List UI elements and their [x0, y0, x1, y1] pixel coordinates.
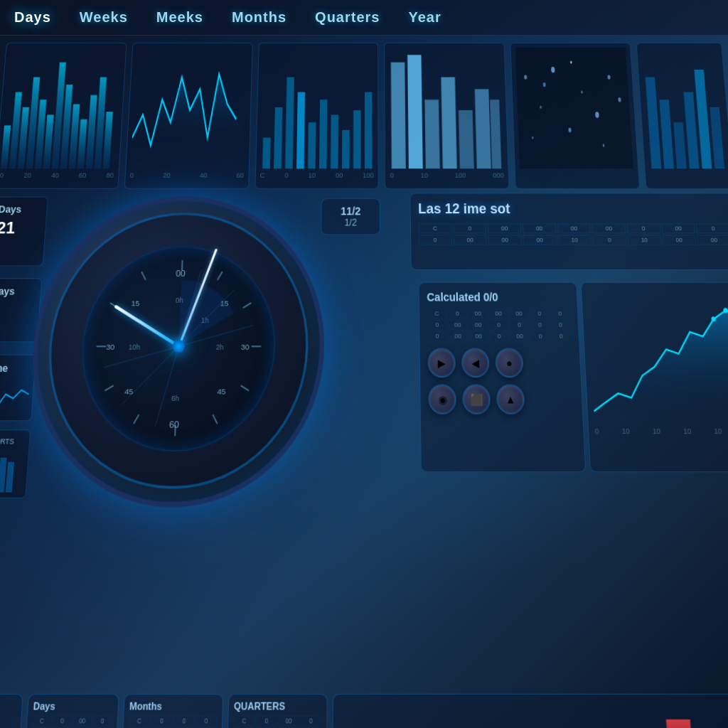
las12-panel: Las 12 ime sot C 0 00 00 00 00 0 00 0 0 …: [410, 193, 728, 270]
top-navigation: Days Weeks Meeks Months Quarters Year: [0, 0, 728, 36]
svg-rect-27: [459, 110, 474, 168]
customs-panel: Customs: [0, 694, 23, 728]
clock-middle-ring: 00 15 30 45 60 45 30 15 0h 1h 2h: [39, 213, 310, 488]
svg-line-56: [134, 414, 139, 424]
weeks-line-chart: [130, 48, 247, 168]
svg-rect-25: [425, 100, 440, 168]
svg-text:45: 45: [124, 387, 134, 396]
days-bar-chart: [1, 48, 122, 168]
svg-text:30: 30: [106, 343, 115, 352]
ctrl-btn-1[interactable]: ▶: [427, 348, 456, 378]
svg-rect-30: [515, 48, 633, 168]
svg-rect-19: [331, 114, 338, 168]
quarters-bottom-panel: QUARTERS C 0 00 0 0 10 10 10: [224, 694, 327, 728]
days-value-1: 21: [0, 218, 40, 238]
svg-text:45: 45: [217, 387, 226, 396]
svg-text:30: 30: [241, 343, 250, 352]
tab-quarters[interactable]: Quarters: [315, 9, 380, 26]
svg-rect-15: [285, 77, 294, 169]
customs-chart: [0, 716, 15, 728]
svg-line-54: [213, 414, 217, 424]
bottom-panels-row: Customs Days C 0 00 0 0: [0, 694, 728, 728]
days-label-2: Days: [0, 285, 35, 297]
svg-rect-29: [490, 100, 501, 168]
ctrl-btn-4[interactable]: ◉: [428, 384, 456, 414]
svg-line-53: [241, 385, 249, 390]
customs-label: Customs: [0, 700, 17, 712]
weeks-chart-panel: 0204060: [124, 43, 252, 189]
tab-days[interactable]: Days: [14, 9, 51, 26]
num-value-1: 11/2: [328, 205, 374, 217]
year-chart-panel: [636, 43, 728, 189]
svg-rect-0: [1, 125, 11, 168]
custom2-label: MORORTS: [0, 437, 23, 446]
quarters-chart-panel: [510, 43, 641, 189]
svg-text:60: 60: [169, 419, 180, 429]
svg-rect-12: [103, 112, 113, 168]
svg-rect-16: [296, 92, 305, 169]
custom-label: qline: [0, 362, 29, 374]
year-bar-chart: [641, 48, 727, 168]
num-value-2: 1/2: [328, 218, 374, 228]
months-bottom-label: Months: [129, 700, 218, 712]
main-content: 020406080 0204060: [0, 36, 728, 728]
custom-mini-chart: [0, 378, 30, 419]
tab-year[interactable]: Year: [408, 9, 441, 26]
days-bottom-panel: Days C 0 00 0 0 00 0 0 2 00 10 00: [18, 694, 119, 728]
wide-bottom-chart: [331, 694, 728, 728]
svg-rect-101: [666, 719, 697, 728]
ctrl-btn-5[interactable]: ⬛: [462, 384, 491, 414]
svg-text:10h: 10h: [129, 343, 141, 352]
las12-title: Las 12 ime sot: [418, 201, 728, 218]
svg-rect-46: [684, 92, 700, 169]
line-chart-panel: 0101010100: [580, 282, 728, 473]
months-bar-chart: [389, 48, 503, 168]
calculated-title: Calculated 0/0: [427, 291, 569, 304]
svg-rect-23: [391, 63, 406, 169]
svg-rect-48: [710, 107, 724, 168]
days-value-2: 2: [0, 300, 33, 321]
ctrl-btn-2[interactable]: ◀: [461, 348, 490, 378]
svg-rect-45: [673, 122, 687, 168]
ctrl-btn-3[interactable]: ●: [495, 348, 523, 378]
months-chart-panel: 010100000: [384, 43, 509, 189]
months-bottom-panel: Months C 0 0 0 10 10 10 10 10 10 00 10: [117, 694, 223, 728]
svg-text:2h: 2h: [216, 343, 224, 352]
svg-rect-44: [659, 100, 674, 168]
svg-text:6h: 6h: [171, 395, 180, 403]
quarters-bottom-label: QUARTERS: [234, 700, 322, 712]
svg-line-57: [105, 385, 114, 390]
tab-meeks[interactable]: Meeks: [156, 9, 203, 26]
svg-rect-13: [262, 138, 271, 169]
main-line-chart: [588, 289, 728, 420]
svg-rect-9: [77, 119, 87, 168]
quarters-scatter-chart: [515, 48, 633, 168]
svg-text:00: 00: [176, 269, 186, 278]
bottom-bar-chart: [338, 700, 728, 728]
svg-rect-14: [274, 107, 282, 168]
tab-weeks[interactable]: Weeks: [80, 9, 128, 26]
meeks-bar-chart: [260, 48, 374, 168]
svg-rect-26: [441, 77, 457, 169]
svg-line-60: [141, 272, 146, 280]
top-charts-row: 020406080 0204060: [0, 43, 728, 189]
perspective-container: 020406080 0204060: [0, 36, 728, 728]
analog-clock: 00 15 30 45 60 45 30 15 0h 1h 2h: [21, 197, 326, 508]
svg-rect-18: [319, 100, 328, 168]
svg-rect-22: [364, 92, 372, 169]
svg-rect-24: [407, 55, 423, 168]
svg-rect-21: [353, 110, 361, 168]
calculated-panel: Calculated 0/0 C 0 00 00 00 0 0 0 00 00 …: [418, 282, 586, 473]
control-buttons: ▶ ◀ ●: [427, 348, 572, 378]
tab-months[interactable]: Months: [232, 9, 287, 26]
clock-outer-ring: 00 15 30 45 60 45 30 15 0h 1h 2h: [21, 197, 326, 508]
days-label-1: Days: [0, 203, 41, 215]
svg-rect-28: [475, 89, 491, 168]
meeks-chart-panel: C01000100: [255, 43, 379, 189]
number-indicator-1: 11/2 1/2: [321, 198, 380, 235]
ctrl-btn-6[interactable]: ▲: [496, 384, 525, 414]
svg-text:15: 15: [131, 299, 140, 308]
control-buttons-2: ◉ ⬛ ▲: [428, 384, 574, 414]
svg-rect-17: [308, 122, 316, 168]
days-bottom-label: Days: [33, 700, 113, 712]
